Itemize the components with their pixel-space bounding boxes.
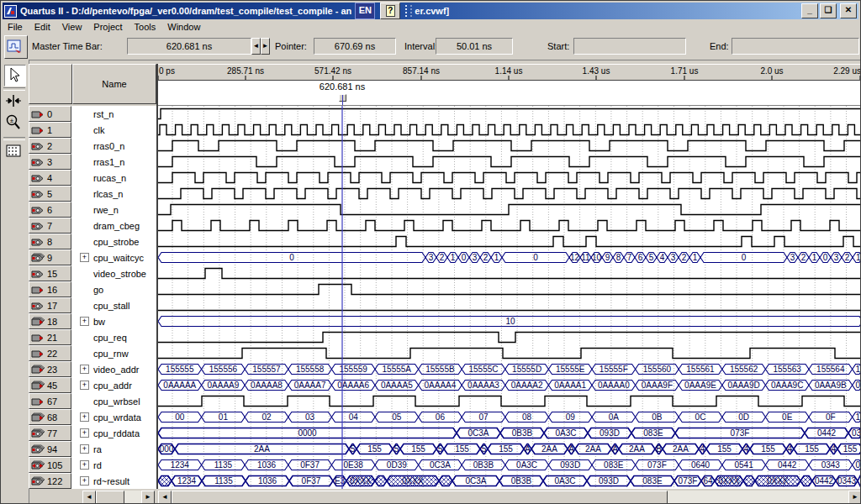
time-bar-tool-button[interactable] [4, 92, 24, 112]
signal-name-cell[interactable]: +cpu_addr [71, 377, 156, 393]
menu-item-tools[interactable]: Tools [129, 21, 163, 33]
language-indicator-badge[interactable]: EN [355, 3, 375, 19]
scroll-right-arrow-icon[interactable]: ► [141, 491, 155, 504]
signal-name-cell[interactable]: clk [71, 122, 156, 138]
signal-name-cell[interactable]: +ra [71, 441, 156, 457]
expand-plus-icon[interactable]: + [80, 460, 89, 470]
signal-row-go[interactable]: 16go [29, 281, 156, 297]
expand-plus-icon[interactable]: + [80, 412, 89, 422]
master-time-bar-left-arrow[interactable]: ◄ [251, 38, 261, 55]
scroll-left-arrow-icon[interactable]: ◄ [82, 491, 96, 504]
signal-number-cell[interactable]: 122 [29, 473, 71, 489]
signal-number-cell[interactable]: 9 [29, 249, 71, 265]
marker-band[interactable]: 620.681 ns [158, 81, 861, 106]
signal-row-cpu_rnw[interactable]: 22cpu_rnw [29, 345, 156, 361]
signal-name-cell[interactable]: cpu_rnw [71, 345, 156, 361]
signal-number-cell[interactable]: 7 [29, 218, 71, 234]
expand-plus-icon[interactable]: + [80, 253, 89, 262]
start-field[interactable] [573, 38, 686, 55]
timeline-header[interactable]: 0 ps285.71 ns571.42 ns857.14 ns1.14 us1.… [158, 64, 861, 81]
signal-name-cell[interactable]: cpu_stall [71, 297, 156, 313]
signal-row-rlcas_n[interactable]: 5rlcas_n [29, 186, 156, 202]
signal-name-cell[interactable]: +video_addr [71, 361, 156, 377]
signal-row-cpu_waitcyc[interactable]: 9+cpu_waitcyc [29, 249, 156, 265]
scroll-right-arrow-icon[interactable]: ► [848, 491, 861, 504]
signal-number-cell[interactable]: 3 [29, 154, 71, 170]
signal-number-cell[interactable]: 16 [29, 281, 71, 297]
signal-row-video_addr[interactable]: 23+video_addr [29, 361, 156, 377]
signal-name-cell[interactable]: rst_n [71, 106, 156, 122]
signal-number-cell[interactable]: 1 [29, 122, 71, 138]
full-screen-tool-button[interactable] [4, 142, 24, 162]
signal-row-cpu_strobe[interactable]: 8cpu_strobe [29, 234, 156, 249]
signal-name-cell[interactable]: cpu_strobe [71, 234, 156, 249]
menu-item-file[interactable]: File [3, 21, 29, 33]
signal-number-cell[interactable]: 105 [29, 457, 71, 473]
signal-name-cell[interactable]: +cpu_wrdata [71, 409, 156, 425]
signal-name-cell[interactable]: rwe_n [71, 202, 156, 218]
name-column-header[interactable]: Name [72, 64, 156, 104]
menu-item-window[interactable]: Window [162, 21, 207, 33]
signal-row-dram_cbeg[interactable]: 7dram_cbeg [29, 218, 156, 234]
expand-plus-icon[interactable]: + [80, 317, 89, 326]
signal-number-cell[interactable]: 67 [29, 393, 71, 409]
signal-number-cell[interactable]: 4 [29, 170, 71, 186]
expand-plus-icon[interactable]: + [80, 476, 89, 486]
signal-row-bw[interactable]: 18+bw [29, 313, 156, 329]
expand-plus-icon[interactable]: + [80, 381, 89, 390]
signal-row-cpu_req[interactable]: 21cpu_req [29, 329, 156, 345]
signal-number-cell[interactable]: 6 [29, 202, 71, 218]
menu-item-edit[interactable]: Edit [29, 21, 57, 33]
signal-row-cpu_wrdata[interactable]: 68+cpu_wrdata [29, 409, 156, 425]
signal-name-cell[interactable]: rlcas_n [71, 186, 156, 202]
signal-name-cell[interactable]: +bw [71, 313, 156, 329]
signal-number-cell[interactable]: 45 [29, 377, 71, 393]
signal-name-cell[interactable]: cpu_wrbsel [71, 393, 156, 409]
wave-scroll-thumb[interactable] [172, 491, 668, 504]
signal-name-cell[interactable]: video_strobe [71, 265, 156, 281]
end-field[interactable] [732, 38, 859, 55]
signal-number-cell[interactable]: 22 [29, 345, 71, 361]
signal-row-video_strobe[interactable]: 15video_strobe [29, 265, 156, 281]
scroll-left-arrow-icon[interactable]: ◄ [158, 491, 172, 504]
signal-number-cell[interactable]: 68 [29, 409, 71, 425]
signal-name-cell[interactable]: dram_cbeg [71, 218, 156, 234]
close-button[interactable]: ✕ [840, 3, 857, 18]
signal-row-rras1_n[interactable]: 3rras1_n [29, 154, 156, 170]
name-panel-hscrollbar[interactable]: ◄ ► [82, 491, 155, 504]
signal-number-cell[interactable]: 17 [29, 297, 71, 313]
signal-number-cell[interactable]: 77 [29, 425, 71, 441]
expand-plus-icon[interactable]: + [80, 428, 89, 438]
signal-row-cpu_addr[interactable]: 45+cpu_addr [29, 377, 156, 393]
signal-name-cell[interactable]: rras0_n [71, 138, 156, 154]
waveform-hscrollbar[interactable]: ◄ ► [158, 491, 861, 504]
signal-number-cell[interactable]: 0 [29, 106, 71, 122]
signal-name-cell[interactable]: +rd~result [71, 473, 156, 489]
signal-name-cell[interactable]: +cpu_rddata [71, 425, 156, 441]
signal-name-cell[interactable]: go [71, 281, 156, 297]
signal-number-cell[interactable]: 5 [29, 186, 71, 202]
expand-plus-icon[interactable]: + [80, 365, 89, 374]
expand-plus-icon[interactable]: + [80, 444, 89, 454]
signal-name-cell[interactable]: cpu_req [71, 329, 156, 345]
signal-number-cell[interactable]: 8 [29, 234, 71, 249]
restore-button[interactable]: ❏ [820, 3, 837, 18]
toolbar-grip-handle[interactable] [405, 5, 412, 17]
signal-number-cell[interactable]: 18 [29, 313, 71, 329]
signal-row-rst_n[interactable]: 0rst_n [29, 106, 156, 122]
zoom-tool-button[interactable]: ± [4, 113, 24, 134]
signal-number-cell[interactable]: 94 [29, 441, 71, 457]
signal-row-rd[interactable]: 105+rd [29, 457, 156, 473]
menu-item-project[interactable]: Project [88, 21, 129, 33]
signal-row-rwe_n[interactable]: 6rwe_n [29, 202, 156, 218]
signal-number-cell[interactable]: 21 [29, 329, 71, 345]
signal-row-clk[interactable]: 1clk [29, 122, 156, 138]
signal-name-cell[interactable]: +cpu_waitcyc [71, 249, 156, 265]
signal-name-cell[interactable]: rucas_n [71, 170, 156, 186]
minimize-button[interactable]: _ [801, 3, 818, 18]
name-scroll-thumb[interactable] [96, 491, 124, 504]
signal-row-rd~result[interactable]: 122+rd~result [29, 473, 156, 489]
signal-number-cell[interactable]: 2 [29, 138, 71, 154]
selection-tool-button[interactable] [4, 65, 26, 87]
menu-item-view[interactable]: View [57, 21, 89, 33]
